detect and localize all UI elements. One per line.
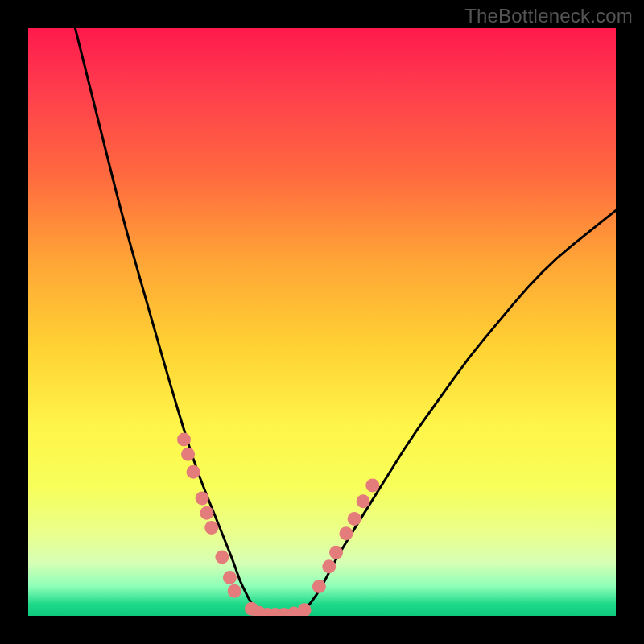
marker-group [177, 433, 379, 617]
chart-frame: TheBottleneck.com [0, 0, 644, 644]
data-marker [348, 512, 361, 526]
data-marker [339, 526, 353, 540]
data-marker [177, 433, 191, 447]
data-marker [200, 506, 213, 520]
chart-svg [28, 28, 616, 616]
data-marker [196, 492, 209, 506]
data-marker [329, 546, 343, 559]
data-marker [204, 521, 218, 535]
data-marker [312, 580, 326, 593]
watermark-text: TheBottleneck.com [464, 5, 633, 27]
data-marker [223, 571, 237, 584]
data-marker [228, 584, 242, 598]
data-marker [215, 551, 229, 564]
data-marker [187, 465, 200, 479]
data-marker [181, 448, 195, 461]
chart-plot-area [28, 28, 616, 616]
data-marker [357, 494, 370, 508]
data-marker [322, 559, 336, 573]
data-marker [365, 478, 379, 492]
